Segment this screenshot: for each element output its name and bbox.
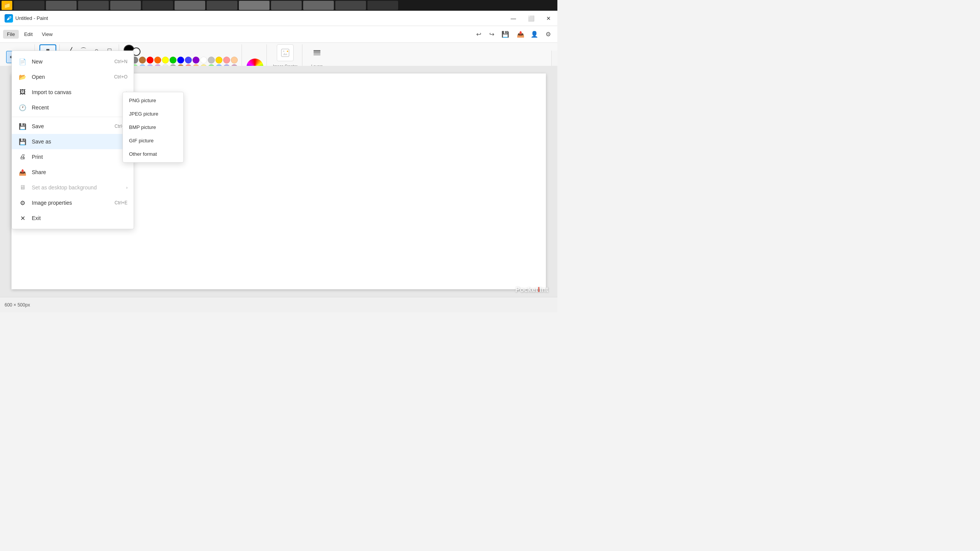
taskbar: 📁	[0, 0, 557, 11]
svg-rect-3	[281, 49, 289, 57]
menu-separator	[12, 117, 134, 117]
menu-bar-actions: 💾 📤	[499, 28, 527, 41]
file-menu-label-import: Import to canvas	[32, 89, 123, 95]
file-menu-item-desktop: 🖥Set as desktop background›	[12, 180, 134, 195]
file-menu-icon-share: 📤	[18, 168, 27, 177]
file-menu-item-exit[interactable]: ✕Exit	[12, 210, 134, 226]
redo-button[interactable]: ↪	[485, 28, 498, 41]
window-controls: — ⬜ ✕	[505, 11, 557, 26]
file-menu-icon-import: 🖼	[18, 88, 27, 97]
color-swatch-3[interactable]	[147, 57, 154, 64]
color-swatch-6[interactable]	[170, 57, 176, 64]
taskbar-folder-icon[interactable]: 📁	[2, 1, 12, 10]
color-swatch-13[interactable]	[223, 57, 230, 64]
file-menu-item-saveas[interactable]: 💾Save as›	[12, 134, 134, 149]
layers-button[interactable]	[309, 44, 325, 61]
settings-button[interactable]: ⚙	[542, 28, 554, 41]
image-creator-button[interactable]	[277, 44, 294, 61]
color-swatch-10[interactable]	[200, 57, 207, 64]
taskbar-thumb-1[interactable]	[14, 1, 44, 10]
saveas-submenu-item-gif[interactable]: GIF picture	[123, 134, 183, 147]
file-menu-icon-properties: ⚙	[18, 198, 27, 207]
file-menu-icon-save: 💾	[18, 122, 27, 131]
menu-bar: File Edit View ↩ ↪ 💾 📤 👤 ⚙	[0, 26, 557, 43]
file-menu-icon-desktop: 🖥	[18, 183, 27, 192]
file-menu-label-save: Save	[32, 123, 108, 129]
status-bar: 600 × 500px	[0, 297, 557, 312]
taskbar-thumb-6[interactable]	[175, 1, 205, 10]
menu-edit[interactable]: Edit	[20, 30, 36, 39]
taskbar-thumb-12[interactable]	[368, 1, 398, 10]
file-menu-item-share[interactable]: 📤Share	[12, 165, 134, 180]
color-current	[124, 44, 238, 56]
user-button[interactable]: 👤	[528, 28, 541, 41]
maximize-button[interactable]: ⬜	[522, 11, 540, 26]
file-menu-item-recent[interactable]: 🕐Recent›	[12, 100, 134, 115]
app-logo: 🖌 Untitled - Paint	[5, 14, 48, 23]
file-menu-label-share: Share	[32, 169, 127, 175]
file-menu-arrow-desktop: ›	[126, 186, 127, 190]
file-menu-label-saveas: Save as	[32, 139, 123, 145]
saveas-submenu-item-jpeg[interactable]: JPEG picture	[123, 107, 183, 121]
taskbar-thumb-5[interactable]	[142, 1, 173, 10]
share-quick-button[interactable]: 📤	[514, 28, 527, 41]
app-title: Untitled - Paint	[15, 15, 48, 21]
taskbar-thumb-2[interactable]	[46, 1, 77, 10]
file-menu-label-recent: Recent	[32, 104, 123, 111]
menu-view[interactable]: View	[38, 30, 56, 39]
file-menu: 📄NewCtrl+N📂OpenCtrl+O🖼Import to canvas›🕐…	[11, 51, 134, 229]
taskbar-thumb-8[interactable]	[239, 1, 270, 10]
taskbar-thumb-3[interactable]	[78, 1, 109, 10]
undo-button[interactable]: ↩	[472, 28, 485, 41]
file-menu-label-desktop: Set as desktop background	[32, 184, 123, 191]
file-menu-item-save[interactable]: 💾SaveCtrl+S	[12, 119, 134, 134]
svg-rect-5	[314, 54, 320, 55]
taskbar-thumb-7[interactable]	[207, 1, 237, 10]
file-menu-shortcut-properties: Ctrl+E	[114, 200, 127, 205]
app-logo-icon: 🖌	[5, 14, 13, 23]
color-swatch-9[interactable]	[193, 57, 199, 64]
menu-file[interactable]: File	[3, 30, 19, 39]
color-swatch-5[interactable]	[162, 57, 169, 64]
file-menu-icon-saveas: 💾	[18, 137, 27, 146]
file-menu-label-open: Open	[32, 74, 108, 80]
svg-rect-6	[314, 52, 320, 54]
file-menu-icon-open: 📂	[18, 72, 27, 82]
taskbar-thumb-9[interactable]	[271, 1, 302, 10]
saveas-submenu-item-other[interactable]: Other format	[123, 147, 183, 161]
file-menu-label-exit: Exit	[32, 215, 127, 221]
file-menu-item-new[interactable]: 📄NewCtrl+N	[12, 54, 134, 69]
svg-rect-7	[314, 50, 320, 52]
file-menu-label-new: New	[32, 59, 108, 65]
color-swatch-12[interactable]	[216, 57, 222, 64]
file-menu-item-import[interactable]: 🖼Import to canvas›	[12, 85, 134, 100]
minimize-button[interactable]: —	[505, 11, 522, 26]
file-menu-shortcut-open: Ctrl+O	[114, 74, 127, 80]
taskbar-thumb-10[interactable]	[303, 1, 334, 10]
color-swatch-2[interactable]	[139, 57, 146, 64]
save-quick-button[interactable]: 💾	[499, 28, 511, 41]
file-menu-icon-recent: 🕐	[18, 103, 27, 112]
color-swatch-11[interactable]	[208, 57, 215, 64]
close-button[interactable]: ✕	[540, 11, 557, 26]
file-menu-icon-exit: ✕	[18, 214, 27, 223]
file-menu-item-open[interactable]: 📂OpenCtrl+O	[12, 69, 134, 85]
saveas-submenu: PNG pictureJPEG pictureBMP pictureGIF pi…	[122, 92, 184, 163]
color-swatch-7[interactable]	[177, 57, 184, 64]
file-menu-icon-print: 🖨	[18, 152, 27, 161]
saveas-submenu-item-png[interactable]: PNG picture	[123, 94, 183, 107]
svg-point-4	[283, 51, 284, 52]
undo-redo-group: ↩ ↪	[472, 28, 498, 41]
saveas-submenu-item-bmp[interactable]: BMP picture	[123, 121, 183, 134]
file-menu-item-print[interactable]: 🖨Print›	[12, 149, 134, 165]
taskbar-thumb-11[interactable]	[335, 1, 366, 10]
file-menu-shortcut-new: Ctrl+N	[114, 59, 127, 64]
color-swatch-8[interactable]	[185, 57, 192, 64]
color-swatch-4[interactable]	[154, 57, 161, 64]
title-bar: 🖌 Untitled - Paint — ⬜ ✕	[0, 11, 557, 26]
taskbar-content: 📁	[0, 0, 557, 11]
color-swatch-14[interactable]	[231, 57, 238, 64]
file-menu-label-print: Print	[32, 154, 123, 160]
taskbar-thumb-4[interactable]	[110, 1, 141, 10]
file-menu-item-properties[interactable]: ⚙Image propertiesCtrl+E	[12, 195, 134, 210]
